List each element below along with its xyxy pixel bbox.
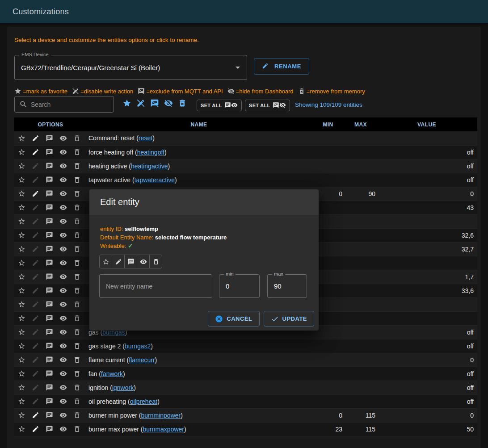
entity-id-link[interactable]: tapwateractive [135,176,175,184]
delete-icon[interactable] [73,245,81,253]
favorite-icon[interactable] [18,314,25,322]
edit-icon[interactable] [32,245,39,253]
delete-forever-icon[interactable] [178,99,187,108]
edit-icon[interactable] [32,411,39,419]
favorite-icon[interactable] [18,287,25,294]
mqtt-include-icon[interactable] [46,162,53,170]
visibility-icon[interactable] [59,218,67,225]
entity-id-link[interactable]: oilpreheat [130,398,158,405]
mqtt-include-icon[interactable] [46,411,53,419]
mqtt-include-icon[interactable] [46,301,53,308]
delete-icon[interactable] [73,342,81,350]
mqtt-exclude-icon[interactable] [150,99,159,108]
mqtt-include-icon[interactable] [46,148,53,156]
favorite-icon[interactable] [18,204,25,211]
edit-icon[interactable] [32,259,39,267]
edit-icon[interactable] [32,370,39,377]
max-input[interactable] [268,275,307,297]
edit-off-icon[interactable] [136,99,145,108]
entity-id-link[interactable]: burnminpower [141,412,181,419]
delete-icon[interactable] [73,425,81,433]
favorite-icon[interactable] [18,273,25,281]
favorite-icon[interactable] [18,342,25,350]
mqtt-include-icon[interactable] [46,231,53,239]
edit-icon[interactable] [32,148,39,156]
visibility-icon[interactable] [59,259,67,267]
favorite-icon[interactable] [18,425,25,433]
mqtt-include-icon[interactable] [46,273,53,281]
entity-row[interactable]: heating active (heatingactive)off [14,159,477,173]
entity-id-link[interactable]: heatingoff [137,149,164,156]
visibility-icon[interactable] [59,273,67,281]
visibility-icon[interactable] [59,370,67,377]
mqtt-include-icon[interactable] [124,255,137,268]
visibility-icon[interactable] [59,328,67,336]
edit-icon[interactable] [32,384,39,391]
entity-row[interactable]: flame current (flamecurr)0 [14,353,477,367]
favorite-icon[interactable] [18,245,25,253]
mqtt-include-icon[interactable] [46,328,53,336]
favorite-icon[interactable] [18,218,25,225]
ems-device-select[interactable]: EMS Device GBx72/Trendline/Cerapur/Green… [14,55,247,80]
entity-row[interactable]: burner max power (burnmaxpower)2311550 [14,422,477,436]
delete-icon[interactable] [73,328,81,336]
edit-icon[interactable] [112,255,125,268]
favorite-icon[interactable] [18,176,25,184]
favorite-icon[interactable] [18,328,25,336]
favorite-icon[interactable] [122,99,131,108]
visibility-icon[interactable] [137,255,150,268]
entity-id-link[interactable]: burngas2 [125,343,151,350]
mqtt-include-icon[interactable] [46,314,53,322]
entity-row[interactable]: force heating off (heatingoff)off [14,145,477,159]
mqtt-include-icon[interactable] [46,398,53,405]
visibility-icon[interactable] [59,398,67,405]
mqtt-include-icon[interactable] [46,356,53,364]
entity-id-link[interactable]: ignwork [112,384,134,391]
delete-icon[interactable] [73,314,81,322]
delete-icon[interactable] [73,176,81,184]
entity-id-link[interactable]: heatingactive [131,163,168,170]
rename-button[interactable]: RENAME [254,58,309,75]
entity-id-link[interactable]: burnmaxpower [143,426,184,433]
edit-icon[interactable] [32,273,39,281]
visibility-icon[interactable] [59,287,67,294]
visibility-icon[interactable] [59,176,67,184]
edit-icon[interactable] [32,425,39,433]
delete-icon[interactable] [73,204,81,211]
edit-icon[interactable] [32,134,39,142]
visibility-icon[interactable] [59,425,67,433]
edit-icon[interactable] [32,204,39,211]
cancel-button[interactable]: CANCEL [208,311,259,327]
favorite-icon[interactable] [18,231,25,239]
favorite-icon[interactable] [18,190,25,197]
entity-id-link[interactable]: flamecurr [129,356,155,364]
visibility-icon[interactable] [59,231,67,239]
delete-icon[interactable] [149,255,162,268]
edit-icon[interactable] [32,301,39,308]
mqtt-include-icon[interactable] [46,245,53,253]
delete-icon[interactable] [73,231,81,239]
mqtt-include-icon[interactable] [46,176,53,184]
edit-icon[interactable] [32,356,39,364]
edit-icon[interactable] [32,176,39,184]
edit-icon[interactable] [32,342,39,350]
delete-icon[interactable] [73,301,81,308]
edit-icon[interactable] [32,287,39,294]
entity-row[interactable]: fan (fanwork)off [14,367,477,381]
favorite-icon[interactable] [18,259,25,267]
favorite-icon[interactable] [18,370,25,377]
favorite-icon[interactable] [18,411,25,419]
delete-icon[interactable] [73,384,81,391]
delete-icon[interactable] [73,259,81,267]
mqtt-include-icon[interactable] [46,204,53,211]
set-all-on-button[interactable]: SET ALL [197,100,242,111]
mqtt-include-icon[interactable] [46,342,53,350]
delete-icon[interactable] [73,218,81,225]
mqtt-include-icon[interactable] [46,134,53,142]
entity-row[interactable]: oil preheating (oilpreheat)off [14,394,477,408]
entity-id-link[interactable]: reset [139,134,152,142]
mqtt-include-icon[interactable] [46,190,53,197]
visibility-icon[interactable] [59,148,67,156]
edit-icon[interactable] [32,231,39,239]
edit-icon[interactable] [32,398,39,405]
